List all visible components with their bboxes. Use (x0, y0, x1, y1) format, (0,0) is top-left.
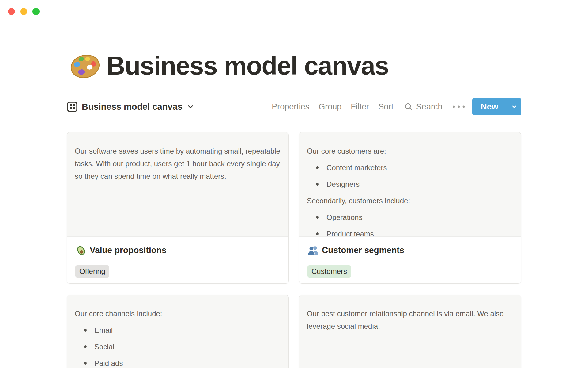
card-footer: Value propositions Offering (67, 237, 288, 278)
view-switcher-label: Business model canvas (82, 102, 183, 112)
card-preview: Our core channels include:EmailSocialPai… (67, 295, 288, 368)
preview-paragraph: Our core channels include: (75, 307, 281, 320)
bullet-text: Designers (326, 180, 360, 188)
card-channels[interactable]: Our core channels include:EmailSocialPai… (67, 295, 289, 368)
zoom-window-button[interactable] (32, 8, 40, 15)
bullet-text: Content marketers (326, 163, 387, 172)
window-controls (8, 8, 40, 15)
card-customer-relationships[interactable]: Our best customer relationship channel i… (299, 295, 521, 368)
group-button[interactable]: Group (318, 102, 341, 112)
preview-bullet-item: Paid ads (75, 357, 281, 368)
bullet-text: Email (94, 326, 113, 334)
page-title: Business model canvas (107, 52, 389, 80)
gallery-view: Our software saves users time by automat… (67, 132, 521, 368)
bullet-dot (316, 166, 319, 169)
preview-paragraph: Our core customers are: (307, 145, 513, 157)
gallery-view-icon (67, 101, 78, 112)
new-dropdown-button[interactable] (507, 98, 521, 115)
view-switcher[interactable]: Business model canvas (67, 101, 194, 112)
new-button-group: New (472, 98, 521, 115)
bullet-text: Operations (326, 213, 362, 221)
minimize-window-button[interactable] (20, 8, 27, 15)
card-preview: Our best customer relationship channel i… (299, 295, 521, 368)
preview-bullet-item: Email (75, 324, 281, 336)
preview-bullet-item: Product teams (307, 228, 513, 237)
card-value-propositions[interactable]: Our software saves users time by automat… (67, 132, 289, 284)
search-button[interactable]: Search (404, 102, 443, 112)
card-footer: Customer segments Customers (299, 237, 521, 278)
bullet-dot (84, 345, 87, 348)
bullet-text: Paid ads (94, 359, 123, 367)
bullet-text: Product teams (326, 230, 374, 237)
chevron-down-icon (187, 103, 194, 111)
preview-paragraph: Our best customer relationship channel i… (307, 307, 513, 332)
palette-emoji (70, 51, 100, 80)
avocado-emoji (75, 245, 86, 256)
properties-button[interactable]: Properties (272, 102, 309, 112)
preview-bullet-item: Designers (307, 178, 513, 190)
preview-paragraph: Our software saves users time by automat… (75, 145, 281, 182)
preview-paragraph: Secondarily, customers include: (307, 194, 513, 207)
search-icon (404, 102, 413, 111)
tag-offering: Offering (75, 265, 109, 278)
toolbar-divider (67, 121, 521, 121)
chevron-down-icon (511, 103, 518, 110)
card-title: Value propositions (90, 245, 166, 255)
toolbar-actions: Properties Group Filter Sort Search New (272, 98, 521, 115)
preview-bullet-item: Content marketers (307, 161, 513, 174)
page-header: Business model canvas (70, 51, 389, 80)
bullet-dot (84, 329, 87, 332)
tag-customers: Customers (307, 265, 351, 278)
bullet-text: Social (94, 343, 114, 351)
preview-bullet-item: Social (75, 340, 281, 353)
search-label: Search (416, 102, 443, 112)
bullet-dot (316, 183, 319, 186)
close-window-button[interactable] (8, 8, 15, 15)
bullet-dot (316, 232, 319, 235)
card-customer-segments[interactable]: Our core customers are:Content marketers… (299, 132, 521, 284)
preview-bullet-item: Operations (307, 211, 513, 224)
sort-button[interactable]: Sort (378, 102, 394, 112)
bullet-dot (84, 362, 87, 365)
card-preview: Our software saves users time by automat… (67, 132, 288, 237)
card-preview: Our core customers are:Content marketers… (299, 132, 521, 237)
ellipsis-icon (452, 105, 466, 109)
view-toolbar: Business model canvas Properties Group F… (67, 98, 521, 115)
bullet-dot (316, 216, 319, 219)
more-options-button[interactable] (452, 105, 466, 109)
busts-emoji (307, 245, 318, 256)
filter-button[interactable]: Filter (351, 102, 369, 112)
new-button[interactable]: New (472, 98, 507, 115)
card-title: Customer segments (322, 245, 404, 255)
